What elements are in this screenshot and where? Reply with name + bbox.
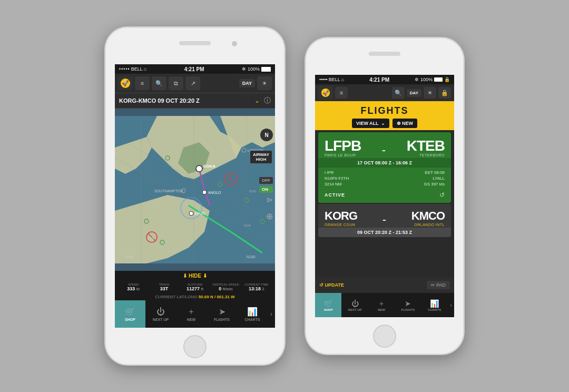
charts-icon: 📊: [247, 307, 258, 317]
nav-new-label: NEW: [187, 318, 195, 321]
r-brightness-button[interactable]: ☀: [424, 87, 436, 99]
view-all-button[interactable]: VIEW ALL ⌄: [352, 119, 389, 128]
nav-next-up-label: NEXT UP: [153, 318, 169, 321]
flights-title: FLIGHTS: [315, 105, 454, 116]
flight1-to-code: KTEB: [407, 138, 445, 154]
nav-charts-label: CHARTS: [244, 318, 260, 321]
svg-point-16: [189, 211, 193, 215]
flights-header: FLIGHTS VIEW ALL ⌄ ⊕ NEW: [315, 101, 454, 130]
route-text: KORG-KMCO 09 OCT 20:20 Z: [119, 97, 254, 104]
battery-icon: [261, 67, 271, 72]
compass: N: [260, 129, 273, 141]
airway-level: HIGH: [253, 157, 269, 162]
right-toolbar: 🚀 ≡ 🔍 DAY ☀ 🔒: [315, 84, 454, 101]
svg-text:ANGLO: ANGLO: [208, 191, 221, 194]
flight1-time: 17 OCT 08:00 Z - 16:06 Z: [318, 158, 451, 168]
flights-list: LFPB PARIS LE BOUR - KTEB TETERBORO 17 O…: [315, 130, 454, 277]
status-time: 4:21 PM: [184, 66, 204, 72]
r-wifi-icon: ⌂: [341, 77, 344, 82]
r-nav-shop[interactable]: 🛒 SHOP: [315, 293, 341, 317]
bluetooth-icon: ✲: [242, 66, 246, 72]
flights-icon: ➤: [219, 307, 225, 317]
phone-home-button-right[interactable]: [373, 325, 396, 348]
stat-vspeed: VERTICAL SPEED 0 ft/min: [210, 283, 241, 291]
nav-new[interactable]: + NEW: [176, 300, 207, 328]
svg-text:EGKA: EGKA: [203, 164, 215, 169]
arrow-button[interactable]: ↗: [185, 76, 200, 90]
nav-more-arrow[interactable]: ›: [268, 300, 275, 328]
airway-title: AIRWAY: [253, 152, 269, 157]
shop-icon: 🛒: [125, 307, 135, 317]
stat-time: CURRENT TIME 13:18 Z: [241, 283, 272, 291]
nav-charts[interactable]: 📊 CHARTS: [237, 300, 268, 328]
route-chevron-icon[interactable]: ⌄: [254, 97, 260, 104]
menu-button[interactable]: ≡: [135, 76, 150, 90]
pad-button[interactable]: ✏ PAD: [427, 281, 450, 289]
off-button[interactable]: OFF: [259, 177, 273, 184]
r-lock-button[interactable]: 🔒: [438, 87, 451, 99]
update-bar: ↺ UPDATE ✏ PAD: [315, 277, 454, 293]
nav-flights-label: FLIGHTS: [214, 318, 230, 321]
flight1-from-code: LFPB: [325, 138, 361, 154]
nav-shop[interactable]: 🛒 SHOP: [115, 300, 145, 328]
stats-bar: SPEED 333 kt TRACK 33T ALTITUDE 11277 ft…: [115, 281, 275, 293]
flight-card-1[interactable]: LFPB PARIS LE BOUR - KTEB TETERBORO 17 O…: [318, 132, 451, 203]
svg-text:JSY: JSY: [148, 237, 154, 240]
nav-next-up[interactable]: ⏻ NEXT UP: [145, 300, 176, 328]
phone-home-button-left[interactable]: [183, 335, 207, 358]
day-toggle[interactable]: DAY: [239, 79, 255, 87]
right-bottom-nav: 🛒 SHOP ⏻ NEXT UP + NEW ➤ FLIGHTS: [315, 293, 454, 317]
r-nav-flights[interactable]: ➤ FLIGHTS: [395, 293, 421, 317]
info-icon[interactable]: ⓘ: [264, 96, 271, 105]
new-flight-button[interactable]: ⊕ NEW: [393, 119, 418, 128]
nav-shop-label: SHOP: [125, 318, 135, 321]
r-day-toggle[interactable]: DAY: [407, 89, 421, 97]
nav-flights[interactable]: ➤ FLIGHTS: [207, 300, 237, 328]
battery-label: 100%: [248, 66, 260, 72]
view-all-label: VIEW ALL: [356, 121, 379, 126]
r-nav-charts[interactable]: 📊 CHARTS: [421, 293, 448, 317]
on-button[interactable]: ON: [259, 186, 273, 193]
flight1-airports: LFPB PARIS LE BOUR - KTEB TETERBORO: [318, 132, 451, 158]
flight2-from-code: KORG: [325, 209, 357, 223]
phones-container: ••••• BELL ⌂ 4:21 PM ✲ 100%: [105, 27, 464, 365]
share-icon[interactable]: ⊳: [267, 195, 273, 204]
crosshair-icon[interactable]: ⊕: [266, 211, 273, 221]
r-nav-new[interactable]: + NEW: [368, 293, 395, 317]
signal-dots: •••••: [119, 66, 130, 72]
r-search-button[interactable]: 🔍: [392, 87, 405, 99]
r-nav-charts-label: CHARTS: [428, 308, 441, 311]
flight1-dash: -: [361, 143, 407, 157]
brightness-button[interactable]: ☀: [257, 76, 272, 90]
svg-text:6500: 6500: [249, 190, 257, 193]
r-nav-next-up[interactable]: ⏻ NEXT UP: [341, 293, 368, 317]
flight2-dest: KMCO ORLANDO INTL: [411, 209, 445, 227]
refresh-icon[interactable]: ↺: [439, 191, 445, 199]
flight2-to-name: ORLANDO INTL: [411, 223, 445, 227]
left-phone: ••••• BELL ⌂ 4:21 PM ✲ 100%: [105, 27, 284, 365]
r-nav-more-arrow[interactable]: ›: [448, 302, 454, 308]
new-flight-label: ⊕ NEW: [397, 121, 414, 126]
search-button[interactable]: 🔍: [152, 76, 166, 90]
update-button[interactable]: ↺ UPDATE: [319, 282, 425, 288]
svg-text:R491: R491: [125, 255, 134, 259]
svg-point-12: [196, 165, 202, 172]
map-area[interactable]: EGKA ANGLO EPATI LONDON SOUTHAMPTON: [115, 109, 275, 271]
r-carrier-label: BELL: [329, 77, 340, 82]
svg-text:🚀: 🚀: [322, 90, 329, 96]
app-logo[interactable]: 🚀: [118, 76, 133, 90]
left-toolbar: 🚀 ≡ 🔍 ⧉ ↗ DAY ☀: [115, 74, 275, 93]
layers-button[interactable]: ⧉: [169, 76, 183, 90]
stat-track: TRACK 33T: [149, 283, 179, 291]
new-icon: +: [189, 307, 193, 317]
flight-card-2[interactable]: KORG ORANGE COUN - KMCO ORLANDO INTL 09 …: [318, 204, 451, 237]
hide-bar[interactable]: ⬇ HIDE ⬇: [115, 271, 275, 281]
r-app-logo[interactable]: 🚀: [318, 86, 333, 100]
phone-speaker-right: [369, 52, 400, 56]
flight1-status-row: ACTIVE ↺: [318, 189, 451, 203]
flight2-from-name: ORANGE COUN: [325, 223, 357, 227]
r-nav-next-up-label: NEXT UP: [348, 308, 362, 311]
r-menu-button[interactable]: ≡: [335, 87, 348, 99]
right-phone: ••••• BELL ⌂ 4:21 PM ✲ 100% 🔒: [306, 38, 464, 354]
flights-controls: VIEW ALL ⌄ ⊕ NEW: [315, 119, 454, 128]
